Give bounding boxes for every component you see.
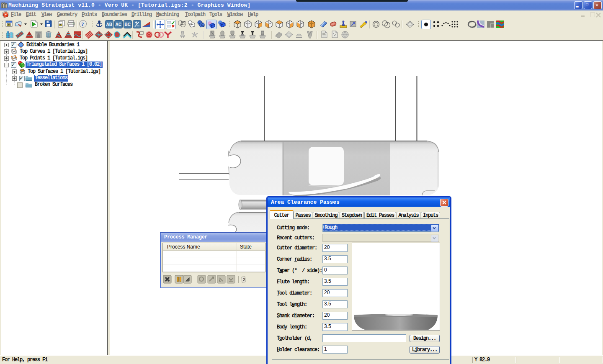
svg-text:AC: AC [116,22,121,27]
svg-text:BC: BC [125,22,131,27]
svg-text:2: 2 [243,277,245,282]
svg-text:?: ? [81,21,84,27]
svg-text:AB: AB [106,22,112,27]
